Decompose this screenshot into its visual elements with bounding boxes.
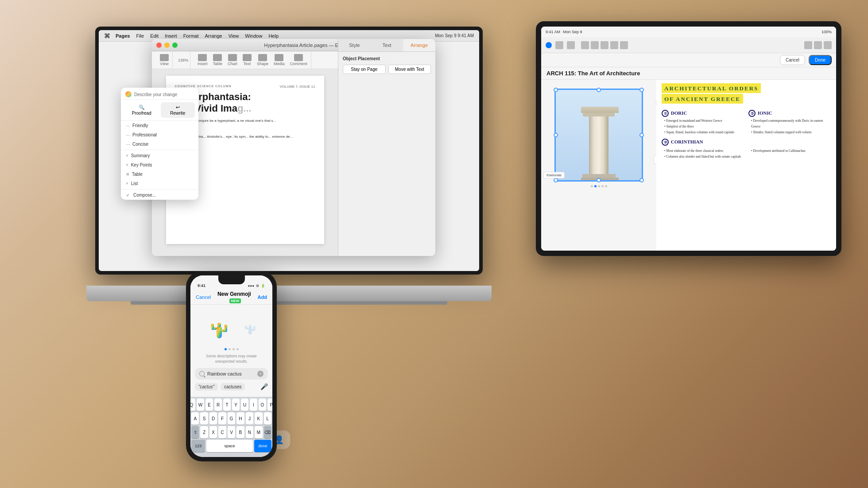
menu-keypoints[interactable]: ≡ Key Points: [121, 160, 198, 170]
menu-list[interactable]: ≡ List: [121, 179, 198, 188]
ipad-back-icon[interactable]: [546, 42, 552, 48]
tab-arrange[interactable]: Arrange: [403, 39, 435, 51]
stay-on-page-button[interactable]: Stay on Page: [343, 65, 386, 74]
dot-4[interactable]: [601, 185, 604, 187]
key-z[interactable]: Z: [200, 426, 208, 438]
key-space[interactable]: space: [206, 440, 252, 452]
zoom-level[interactable]: 136%: [178, 58, 188, 62]
menu-friendly[interactable]: — Friendly: [121, 121, 198, 130]
key-r[interactable]: R: [214, 399, 222, 411]
key-shift[interactable]: ⇧: [191, 426, 199, 438]
key-g[interactable]: G: [228, 412, 235, 425]
key-a[interactable]: A: [191, 412, 199, 425]
menu-summary[interactable]: ≡ Summary: [121, 151, 198, 160]
genmoji-cancel[interactable]: Cancel: [196, 294, 211, 300]
key-i[interactable]: I: [250, 399, 257, 411]
chart-button[interactable]: Chart: [226, 53, 239, 67]
menubar-insert[interactable]: Insert: [165, 33, 177, 39]
menubar-pages[interactable]: Pages: [116, 33, 130, 39]
view-button[interactable]: View: [158, 53, 170, 67]
clear-icon[interactable]: ×: [257, 371, 264, 377]
key-h[interactable]: H: [236, 412, 244, 425]
key-v[interactable]: V: [228, 426, 235, 438]
ipad-undo-icon[interactable]: [567, 41, 575, 49]
menubar-arrange[interactable]: Arrange: [205, 33, 222, 39]
minimize-button[interactable]: [164, 43, 170, 48]
selection-handle-br[interactable]: [639, 178, 644, 182]
menubar-window[interactable]: Window: [245, 33, 262, 39]
wt-tab-proofread[interactable]: 🔍 Proofread: [124, 102, 159, 118]
ipad-bullet-icon[interactable]: [591, 41, 599, 49]
ipad-share-icon[interactable]: [804, 41, 812, 49]
menu-compose[interactable]: Compose...: [121, 190, 198, 200]
key-c[interactable]: C: [218, 426, 226, 438]
key-k[interactable]: K: [255, 412, 262, 425]
key-y[interactable]: Y: [232, 399, 240, 411]
wt-tab-rewrite[interactable]: ↩ Rewrite: [161, 102, 195, 118]
selection-handle-bl[interactable]: [554, 178, 558, 182]
key-done[interactable]: done: [254, 440, 271, 452]
selection-handle-tr[interactable]: [639, 88, 644, 92]
selection-handle-tl[interactable]: [554, 88, 558, 92]
key-123[interactable]: 123: [191, 440, 205, 452]
dot-1[interactable]: [591, 185, 593, 187]
tab-text[interactable]: Text: [371, 39, 403, 51]
emoji-main[interactable]: [203, 311, 236, 345]
ipad-settings-icon[interactable]: [620, 41, 628, 49]
key-n[interactable]: N: [246, 426, 253, 438]
media-button[interactable]: Media: [272, 53, 287, 67]
key-b[interactable]: B: [236, 426, 244, 438]
menubar-view[interactable]: View: [229, 33, 239, 39]
done-button[interactable]: Done: [809, 55, 832, 65]
menu-concise[interactable]: — Concise: [121, 139, 198, 149]
key-m[interactable]: M: [255, 426, 262, 438]
ipad-text-icon[interactable]: [581, 41, 589, 49]
genmoji-add[interactable]: Add: [258, 294, 267, 300]
key-s[interactable]: S: [200, 412, 208, 425]
search-bar[interactable]: Rainbow cactus ×: [195, 368, 268, 380]
menubar-help[interactable]: Help: [268, 33, 279, 39]
key-t[interactable]: T: [223, 399, 231, 411]
ipad-pen-icon[interactable]: [555, 41, 563, 49]
ipad-attach-icon[interactable]: [610, 41, 618, 49]
ipad-more-icon[interactable]: [824, 41, 832, 49]
key-d[interactable]: D: [209, 412, 217, 425]
key-backspace[interactable]: ⌫: [264, 426, 271, 438]
key-x[interactable]: X: [209, 426, 217, 438]
mic-button[interactable]: 🎤: [260, 383, 268, 391]
text-button[interactable]: Text: [241, 53, 253, 67]
dot-2-active[interactable]: [594, 185, 597, 187]
key-p[interactable]: P: [267, 399, 272, 411]
key-e[interactable]: E: [205, 399, 213, 411]
key-o[interactable]: O: [259, 399, 266, 411]
search-input[interactable]: Rainbow cactus: [207, 371, 255, 376]
cancel-button[interactable]: Cancel: [780, 55, 805, 65]
close-button[interactable]: [156, 43, 162, 48]
key-l[interactable]: L: [264, 412, 271, 425]
dot-5[interactable]: [605, 185, 607, 187]
ipad-search-icon[interactable]: [814, 41, 822, 49]
insert-button[interactable]: Insert: [196, 53, 209, 67]
maximize-button[interactable]: [172, 43, 178, 48]
key-f[interactable]: F: [218, 412, 226, 425]
menubar-file[interactable]: File: [136, 33, 144, 39]
selection-handle-ml[interactable]: [554, 133, 558, 137]
menu-professional[interactable]: — Professional: [121, 130, 198, 139]
column-image[interactable]: [554, 89, 643, 182]
comment-button[interactable]: Comment: [288, 53, 309, 67]
menu-table[interactable]: ⊞ Table: [121, 170, 198, 179]
selection-handle-bm[interactable]: [597, 178, 601, 182]
key-w[interactable]: W: [197, 399, 204, 411]
menubar-edit[interactable]: Edit: [150, 33, 159, 39]
dot-3[interactable]: [598, 185, 600, 187]
key-j[interactable]: J: [246, 412, 253, 425]
autocomplete-cactus[interactable]: "cactus": [195, 383, 218, 391]
move-with-text-button[interactable]: Move with Text: [388, 65, 431, 74]
tab-style[interactable]: Style: [338, 39, 371, 51]
autocomplete-cactuses[interactable]: cactuses: [221, 383, 245, 391]
selection-handle-mr[interactable]: [639, 133, 644, 137]
menubar-format[interactable]: Format: [183, 33, 199, 39]
table-button[interactable]: Table: [211, 53, 225, 67]
shape-button[interactable]: Shape: [255, 53, 270, 67]
ipad-table-icon[interactable]: [601, 41, 608, 49]
